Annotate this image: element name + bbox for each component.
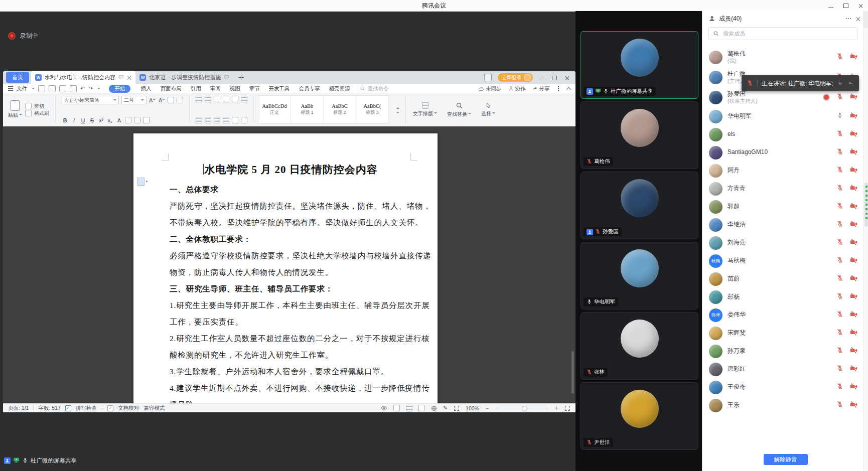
camera-off-icon[interactable] [850, 166, 857, 176]
outdent-icon[interactable] [214, 96, 220, 102]
font-color-icon[interactable] [134, 117, 140, 123]
document-canvas[interactable]: 水电学院 5 月 20 日疫情防控会内容 一、总体要求严防死守，坚决扛起疫情防控… [3, 126, 575, 403]
member-row[interactable]: 华电明军 [709, 107, 860, 125]
tab-home-ribbon[interactable]: 开始 [109, 85, 130, 93]
word-count[interactable]: 字数: 517 [38, 405, 60, 412]
muted-mic-icon[interactable] [836, 365, 843, 374]
paragraph-format-icon[interactable] [137, 178, 144, 186]
comment-bubble-icon[interactable] [224, 74, 229, 81]
muted-mic-icon[interactable] [836, 220, 843, 229]
outline-view-icon[interactable] [406, 405, 412, 411]
member-row[interactable]: 阿丹 [709, 162, 860, 180]
muted-mic-icon[interactable] [836, 292, 843, 301]
unmute-button[interactable]: 解除静音 [764, 454, 808, 465]
minimize-icon[interactable] [828, 1, 833, 10]
member-row[interactable]: 秋梅马秋梅 [709, 252, 860, 270]
web-view-icon[interactable] [431, 405, 437, 411]
muted-mic-icon[interactable] [836, 202, 843, 211]
format-button-A[interactable]: A [116, 117, 122, 123]
menu-item-开发工具[interactable]: 开发工具 [264, 85, 294, 92]
panel-close-icon[interactable] [856, 17, 860, 21]
fullscreen-icon[interactable] [564, 405, 570, 411]
text-layout-button[interactable]: 文字排版 [410, 95, 440, 124]
maximize-icon[interactable] [843, 1, 848, 10]
style-preset[interactable]: AaBb标题 1 [291, 96, 324, 123]
muted-mic-icon[interactable] [836, 274, 843, 283]
camera-off-icon[interactable] [850, 220, 857, 230]
font-size-select[interactable]: 二号 [121, 96, 147, 104]
tab-close-icon[interactable] [127, 75, 131, 80]
camera-off-icon[interactable] [850, 184, 857, 194]
menu-item-会员专享[interactable]: 会员专享 [294, 85, 324, 92]
print-icon[interactable] [59, 85, 66, 92]
bullet-list-icon[interactable] [196, 96, 202, 102]
menu-item-稻壳资源[interactable]: 稻壳资源 [324, 85, 354, 92]
reply-icon[interactable] [847, 80, 854, 87]
menu-item-页面布局[interactable]: 页面布局 [156, 85, 186, 92]
paragraph-mark-icon[interactable] [232, 96, 238, 102]
mic-icon[interactable] [836, 112, 843, 121]
menu-item-视图[interactable]: 视图 [225, 85, 244, 92]
wps-doc-tab[interactable]: W北京进一步调整疫情防控措施 [135, 71, 233, 84]
camera-off-icon[interactable] [850, 53, 857, 62]
muted-mic-icon[interactable] [836, 166, 843, 175]
member-row[interactable]: els [709, 125, 860, 143]
proofread-icon[interactable]: ✓ [107, 405, 113, 411]
style-preset[interactable]: AaBbC标题 2 [324, 96, 356, 123]
multi-page-view-icon[interactable] [418, 405, 425, 411]
member-row[interactable]: 郭超 [709, 198, 860, 216]
font-size-button[interactable]: A⁺ [149, 97, 156, 103]
camera-off-icon[interactable] [850, 202, 857, 212]
file-menu[interactable]: 文件 [17, 85, 27, 92]
redo-icon[interactable]: ↷ [88, 85, 93, 92]
close-icon[interactable] [858, 1, 863, 10]
member-row[interactable]: SantiagoGM10 [709, 143, 860, 162]
wps-close-icon[interactable] [565, 73, 569, 82]
font-name-select[interactable]: 方正小标宋简体 [62, 96, 119, 104]
muted-mic-icon[interactable] [836, 53, 843, 62]
spellcheck-label[interactable]: 拼写检查 [76, 405, 97, 412]
wps-doc-tab[interactable]: W水利与水电工...情防控会内容 [31, 71, 135, 84]
muted-mic-icon[interactable] [836, 148, 843, 157]
format-button-S[interactable]: S [89, 117, 95, 123]
zoom-level[interactable]: 100% [466, 405, 479, 411]
zoom-in-icon[interactable]: + [555, 406, 558, 411]
new-tab-icon[interactable] [238, 75, 244, 80]
edit-mode-icon[interactable]: ✎ [443, 405, 448, 411]
format-button-U[interactable]: U [80, 117, 86, 123]
align-left-icon[interactable] [196, 117, 202, 123]
camera-off-icon[interactable] [850, 112, 857, 121]
member-row[interactable]: 宋辉斐 [709, 324, 860, 342]
comment-bubble-icon[interactable] [118, 74, 124, 81]
muted-mic-icon[interactable] [836, 256, 843, 265]
muted-mic-icon[interactable] [836, 238, 843, 247]
member-row[interactable]: 刘海燕 [709, 234, 860, 252]
camera-off-icon[interactable] [850, 274, 857, 284]
format-button-I[interactable]: I [71, 117, 77, 123]
char-border-icon[interactable] [143, 117, 150, 123]
video-tile[interactable]: 杜广微的屏幕共享 [581, 31, 698, 99]
menu-item-章节[interactable]: 章节 [244, 85, 264, 92]
save-icon[interactable] [38, 85, 45, 92]
zoom-out-icon[interactable]: − [485, 406, 489, 411]
align-justify-icon[interactable] [223, 117, 229, 123]
muted-mic-icon[interactable] [836, 329, 843, 338]
video-tile[interactable]: 葛枪伟 [581, 101, 698, 169]
collapse-ribbon-icon[interactable] [566, 87, 571, 92]
find-command[interactable]: 查找命令 [360, 85, 388, 92]
video-tile[interactable]: 华电明军 [581, 242, 698, 309]
camera-off-icon[interactable] [850, 256, 857, 266]
member-row[interactable]: 王俊奇 [709, 378, 860, 396]
camera-off-icon[interactable] [850, 329, 857, 338]
members-scrollbar[interactable] [863, 11, 868, 471]
member-search-input[interactable] [722, 30, 853, 37]
muted-mic-icon[interactable] [836, 347, 843, 356]
muted-mic-icon[interactable] [836, 184, 843, 193]
proofread-label[interactable]: 文档校对 [118, 405, 139, 412]
member-row[interactable]: 孙万泉 [709, 342, 860, 360]
format-button-B[interactable]: B [62, 117, 68, 123]
more-icon[interactable] [558, 88, 559, 89]
cut-button[interactable]: 剪切 [25, 103, 49, 110]
menu-item-插入[interactable]: 插入 [136, 85, 156, 92]
member-row[interactable]: 伟华娄伟华 [709, 306, 860, 324]
